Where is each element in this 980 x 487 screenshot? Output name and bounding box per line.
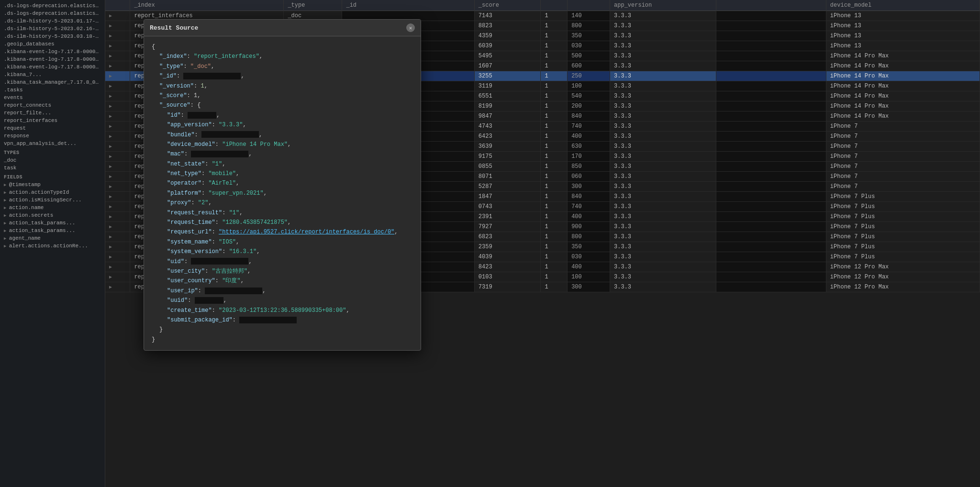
expand-cell[interactable]: ▶ [105,252,130,262]
sidebar-type-item[interactable]: task [0,164,105,172]
expand-cell[interactable]: ▶ [105,21,130,31]
num2-cell: 840 [568,111,610,122]
sidebar-index-item[interactable]: response [0,132,105,140]
expand-cell[interactable]: ▶ [105,232,130,242]
sidebar-index-item[interactable]: .ds-logs-deprecation.elasticsearch-defau… [0,2,105,10]
sidebar-index-item[interactable]: report_connects [0,101,105,109]
num1-cell: 5495 [474,51,541,61]
sidebar-field-item[interactable]: action.actionTypeId [0,188,105,196]
col-device2[interactable]: device_model [826,0,980,11]
num2-cell: 740 [568,202,610,212]
device-cell: iPhone 14 Pro Max [826,111,980,122]
expand-cell[interactable]: ▶ [105,41,130,51]
expand-cell[interactable]: ▶ [105,202,130,212]
num1-cell: 1607 [474,61,541,71]
sidebar-index-item[interactable]: .kibana_7... [0,71,105,78]
expand-cell[interactable]: ▶ [105,262,130,272]
expand-cell[interactable]: ▶ [105,242,130,252]
expand-cell[interactable]: ▶ [105,182,130,192]
num1-cell: 2391 [474,212,541,222]
sidebar-field-item[interactable]: action_task_params... [0,219,105,227]
modal-close-button[interactable]: ✕ [406,23,415,32]
sidebar-field-item[interactable]: action_task_params... [0,227,105,234]
sidebar-index-item[interactable]: report_interfaces [0,117,105,124]
expand-cell[interactable]: ▶ [105,272,130,282]
col-id[interactable]: _id [342,0,474,11]
col-index[interactable]: _index [130,0,284,11]
expand-cell[interactable]: ▶ [105,31,130,41]
score-cell: 1 [541,71,568,81]
expand-cell[interactable]: ▶ [105,282,130,292]
expand-cell[interactable]: ▶ [105,101,130,111]
expand-cell[interactable]: ▶ [105,61,130,71]
num1-cell: 4039 [474,252,541,262]
blank-dark-cell [716,122,826,132]
device-cell: iPhone 14 Pro Max [826,51,980,61]
expand-cell[interactable]: ▶ [105,162,130,172]
sidebar-index-item[interactable]: request [0,124,105,132]
sidebar-index-item[interactable]: .ds-ilm-history-5-2023.02.16-000002 [0,25,105,33]
expand-cell[interactable]: ▶ [105,51,130,61]
sidebar-field-item[interactable]: alert.actions.actionRe... [0,242,105,250]
sidebar-field-item[interactable]: action.secrets [0,211,105,219]
sidebar-index-item[interactable]: .kibana-event-log-7.17.8-000002 [0,55,105,63]
expand-cell[interactable]: ▶ [105,122,130,132]
num1-cell: 9175 [474,152,541,162]
sidebar-index-item[interactable]: .ds-ilm-history-5-2023.01.17-000001 [0,17,105,25]
sidebar-field-item[interactable]: agent_name [0,234,105,242]
score-cell: 1 [541,162,568,172]
expand-cell[interactable]: ▶ [105,172,130,182]
main-content: _index _type _id _score app_version devi… [105,0,980,487]
score-cell: 1 [541,122,568,132]
blank-dark-cell [716,202,826,212]
modal-body[interactable]: { "_index": "report_interfaces", "_type"… [144,36,421,350]
num1-cell: 8071 [474,172,541,182]
num2-cell: 400 [568,212,610,222]
version-cell: 3.3.3 [610,272,716,282]
expand-cell[interactable]: ▶ [105,71,130,81]
sidebar-index-item[interactable]: .kibana-event-log-7.17.8-000001 [0,48,105,55]
device-cell: iPhone 7 [826,152,980,162]
blank-dark-cell [716,71,826,81]
sidebar-field-item[interactable]: action.name [0,204,105,211]
col-version[interactable]: app_version [610,0,716,11]
sidebar-index-item[interactable]: report_filte... [0,109,105,117]
expand-cell[interactable]: ▶ [105,142,130,152]
version-cell: 3.3.3 [610,242,716,252]
sidebar-index-item[interactable]: .ds-logs-deprecation.elasticsearch-defau… [0,10,105,17]
sidebar-index-item[interactable]: .kibana-event-log-7.17.8-000003 [0,63,105,71]
sidebar-index-item[interactable]: vpn_app_analysis_det... [0,140,105,147]
sidebar-index-item[interactable]: .geoip_databases [0,40,105,48]
num1-cell: 3639 [474,142,541,152]
version-cell: 3.3.3 [610,61,716,71]
col-type[interactable]: _type [284,0,342,11]
sidebar-type-item[interactable]: _doc [0,156,105,164]
sidebar-field-item[interactable]: action.isMissingSecr... [0,196,105,204]
expand-cell[interactable]: ▶ [105,152,130,162]
expand-cell[interactable]: ▶ [105,222,130,232]
expand-cell[interactable]: ▶ [105,91,130,101]
num2-cell: 540 [568,91,610,101]
expand-cell[interactable]: ▶ [105,132,130,142]
device-cell: iPhone 7 [826,172,980,182]
col-score[interactable]: _score [474,0,541,11]
num2-cell: 900 [568,222,610,232]
expand-cell[interactable]: ▶ [105,11,130,21]
score-cell: 1 [541,51,568,61]
expand-cell[interactable]: ▶ [105,192,130,202]
sidebar-index-item[interactable]: events [0,94,105,101]
sidebar-index-item[interactable]: .tasks [0,86,105,94]
expand-cell[interactable]: ▶ [105,81,130,91]
expand-cell[interactable]: ▶ [105,111,130,122]
num1-cell: 2359 [474,242,541,252]
version-cell: 3.3.3 [610,71,716,81]
expand-cell[interactable]: ▶ [105,212,130,222]
device-cell: iPhone 14 Pro Max [826,91,980,101]
num2-cell: 030 [568,252,610,262]
sidebar-index-item[interactable]: .ds-ilm-history-5-2023.03.18-000003 [0,33,105,40]
num1-cell: 6823 [474,232,541,242]
col-num2[interactable] [568,0,610,11]
num2-cell: 800 [568,232,610,242]
sidebar-index-item[interactable]: .kibana_task_manager_7.17.8_001 [0,78,105,86]
sidebar-field-item[interactable]: @timestamp [0,181,105,188]
